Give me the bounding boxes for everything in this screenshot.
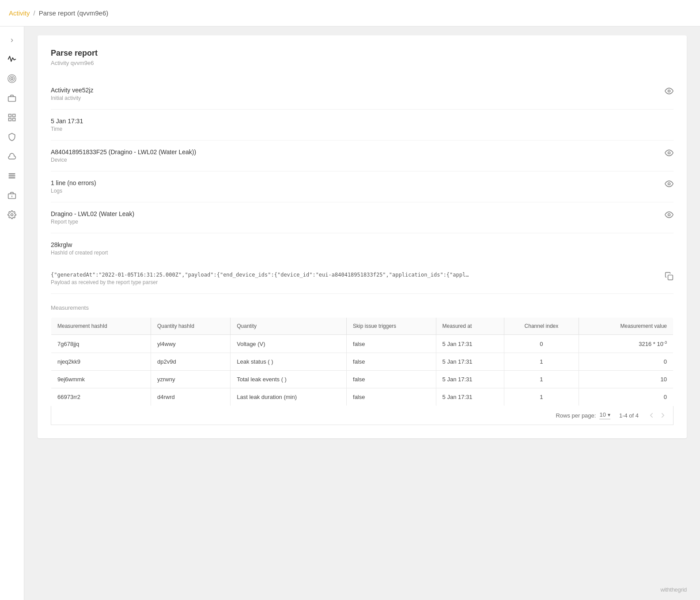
- device-eye-button[interactable]: [665, 148, 674, 157]
- measurements-title: Measurements: [51, 304, 674, 311]
- svg-rect-10: [9, 177, 15, 178]
- svg-rect-3: [8, 97, 16, 102]
- main-content: Parse report Activity qvvm9e6 Activity v…: [24, 27, 700, 579]
- payload-text: {"generatedAt":"2022-01-05T16:31:25.000Z…: [51, 272, 470, 278]
- sidebar-icon-work[interactable]: [3, 186, 21, 204]
- svg-point-17: [668, 214, 670, 216]
- top-bar: Activity / Parse report (qvvm9e6): [0, 0, 700, 27]
- info-row-device: A840418951833F25 (Dragino - LWL02 (Water…: [51, 141, 674, 171]
- sidebar-icon-activity[interactable]: [3, 50, 21, 68]
- cell-quantity: Last leak duration (min): [231, 388, 347, 406]
- cell-channel-index: 1: [504, 371, 579, 388]
- svg-rect-8: [9, 173, 15, 175]
- activity-label: Initial activity: [51, 95, 93, 101]
- time-label: Time: [51, 126, 83, 132]
- report-type-label: Report type: [51, 219, 134, 225]
- svg-rect-18: [668, 275, 673, 280]
- svg-rect-5: [13, 114, 15, 117]
- rows-per-page-chevron: ▾: [608, 412, 610, 418]
- cell-quantity: Leak status ( ): [231, 353, 347, 371]
- cell-measurement-hash: 9ej6wmmk: [51, 371, 151, 388]
- parse-report-card: Parse report Activity qvvm9e6 Activity v…: [38, 35, 687, 438]
- cell-measurement-hash: 66973rr2: [51, 388, 151, 406]
- svg-point-15: [668, 152, 670, 154]
- prev-page-button[interactable]: [647, 411, 655, 419]
- svg-rect-6: [9, 118, 11, 121]
- info-row-logs: 1 line (no errors) Logs: [51, 171, 674, 202]
- cell-measured-at: 5 Jan 17:31: [436, 335, 504, 353]
- info-rows-container: Activity vee52jz Initial activity 5 Jan …: [51, 79, 674, 264]
- cell-quantity-hash: d4rwrd: [151, 388, 230, 406]
- breadcrumb-separator: /: [34, 9, 35, 17]
- info-row-hash: 28krglw HashId of created report: [51, 233, 674, 264]
- report-type-eye-button[interactable]: [665, 210, 674, 219]
- col-header-skip-triggers: Skip issue triggers: [347, 318, 436, 335]
- col-header-measurement-value: Measurement value: [579, 318, 673, 335]
- svg-rect-7: [13, 118, 15, 121]
- cell-quantity: Total leak events ( ): [231, 371, 347, 388]
- sidebar-icon-list[interactable]: [3, 167, 21, 185]
- sidebar-icon-briefcase[interactable]: [3, 89, 21, 107]
- device-value: A840418951833F25 (Dragino - LWL02 (Water…: [51, 148, 196, 156]
- cell-quantity-hash: dp2v9d: [151, 353, 230, 371]
- cell-skip-triggers: false: [347, 353, 436, 371]
- cell-channel-index: 1: [504, 353, 579, 371]
- cell-measurement-value: 10: [579, 371, 673, 388]
- next-page-button[interactable]: [659, 411, 667, 419]
- cell-measured-at: 5 Jan 17:31: [436, 388, 504, 406]
- page-info: 1-4 of 4: [619, 412, 639, 419]
- hash-label: HashId of created report: [51, 250, 108, 256]
- watermark: withthegrid: [0, 579, 700, 600]
- logs-value: 1 line (no errors): [51, 179, 96, 186]
- page-title: Parse report: [51, 49, 674, 58]
- svg-rect-9: [9, 175, 15, 177]
- col-header-quantity: Quantity: [231, 318, 347, 335]
- measurements-table: Measurement hashId Quantity hashId Quant…: [51, 317, 674, 406]
- logs-eye-button[interactable]: [665, 179, 674, 188]
- col-header-channel-index: Channel index: [504, 318, 579, 335]
- sidebar-icon-chevron[interactable]: ›: [3, 31, 21, 49]
- time-value: 5 Jan 17:31: [51, 118, 83, 125]
- sidebar-icon-signal[interactable]: [3, 70, 21, 87]
- table-footer: Rows per page: 10 ▾ 1-4 of 4: [51, 406, 674, 425]
- sidebar-icon-shield[interactable]: [3, 128, 21, 146]
- page-subtitle: Activity qvvm9e6: [51, 60, 674, 66]
- cell-measurement-value: 3216 * 10-3: [579, 335, 673, 353]
- payload-label: Payload as received by the report type p…: [51, 279, 658, 285]
- rows-per-page-control: Rows per page: 10 ▾: [556, 411, 610, 419]
- col-header-measured-at: Measured at: [436, 318, 504, 335]
- cell-measured-at: 5 Jan 17:31: [436, 353, 504, 371]
- info-row-report-type: Dragino - LWL02 (Water Leak) Report type: [51, 202, 674, 233]
- payload-row: {"generatedAt":"2022-01-05T16:31:25.000Z…: [51, 264, 674, 294]
- report-type-value: Dragino - LWL02 (Water Leak): [51, 210, 134, 217]
- device-label: Device: [51, 157, 196, 163]
- svg-point-1: [9, 76, 15, 81]
- svg-point-13: [11, 214, 13, 216]
- cell-quantity-hash: yzrwny: [151, 371, 230, 388]
- svg-point-16: [668, 183, 670, 185]
- cell-measurement-value: 0: [579, 388, 673, 406]
- cell-skip-triggers: false: [347, 371, 436, 388]
- sidebar-icon-grid[interactable]: [3, 109, 21, 126]
- rows-per-page-label: Rows per page:: [556, 412, 596, 419]
- activity-value: Activity vee52jz: [51, 87, 93, 94]
- activity-eye-button[interactable]: [665, 87, 674, 95]
- sidebar-icon-cloud[interactable]: [3, 148, 21, 165]
- cell-channel-index: 1: [504, 388, 579, 406]
- cell-skip-triggers: false: [347, 388, 436, 406]
- sidebar: ›: [0, 27, 24, 600]
- page-nav: [647, 411, 667, 419]
- cell-measured-at: 5 Jan 17:31: [436, 371, 504, 388]
- info-row-activity: Activity vee52jz Initial activity: [51, 79, 674, 110]
- svg-point-14: [668, 90, 670, 92]
- table-row: njeq2kk9 dp2v9d Leak status ( ) false 5 …: [51, 353, 674, 371]
- sidebar-icon-settings[interactable]: [3, 206, 21, 224]
- col-header-quantity-hash: Quantity hashId: [151, 318, 230, 335]
- breadcrumb-activity-link[interactable]: Activity: [9, 9, 30, 17]
- cell-skip-triggers: false: [347, 335, 436, 353]
- copy-icon[interactable]: [665, 272, 674, 282]
- measurements-section: Measurements Measurement hashId Quantity…: [51, 304, 674, 425]
- rows-per-page-select[interactable]: 10 ▾: [599, 411, 610, 419]
- cell-measurement-hash: 7g678jjq: [51, 335, 151, 353]
- svg-rect-4: [9, 114, 11, 117]
